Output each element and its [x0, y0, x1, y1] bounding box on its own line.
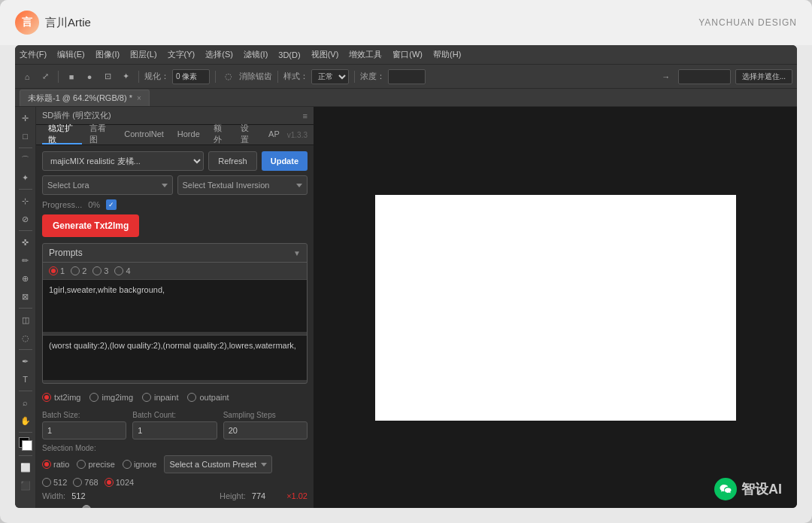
tab-settings[interactable]: 设置 [235, 125, 261, 144]
tab-stable-diffusion[interactable]: 稳定扩散 [42, 125, 82, 144]
magic-wand-tool[interactable]: ✦ [17, 169, 34, 186]
tab-controlnet[interactable]: ControlNet [118, 125, 170, 144]
menu-file[interactable]: 文件(F) [20, 49, 47, 60]
refresh-button[interactable]: Refresh [208, 151, 257, 171]
home-icon[interactable]: ⌂ [20, 69, 35, 84]
rect-icon[interactable]: ■ [64, 69, 79, 84]
lasso-icon[interactable]: ⊡ [100, 69, 115, 84]
menu-filter[interactable]: 滤镜(I) [244, 49, 268, 60]
sel-precise[interactable]: precise [77, 460, 114, 469]
tab-yanka[interactable]: 言看图 [83, 125, 117, 144]
sel-radio-precise [77, 460, 86, 469]
white-canvas [375, 195, 736, 421]
expand-icon[interactable]: ⤢ [38, 69, 53, 84]
menu-layer[interactable]: 图层(L) [130, 49, 156, 60]
normalize-input[interactable] [172, 69, 210, 84]
mode-outpaint[interactable]: outpaint [187, 393, 229, 402]
eyedrop-tool[interactable]: ⊘ [17, 211, 34, 227]
style-label: 样式： [283, 71, 308, 82]
menu-edit[interactable]: 编辑(E) [57, 49, 85, 60]
generate-button[interactable]: Generate Txt2Img [42, 214, 139, 237]
select-mask-button[interactable]: 选择并遮住... [735, 69, 792, 84]
batch-count-input[interactable] [132, 421, 217, 439]
icon-sep-1 [19, 147, 32, 148]
circle-icon[interactable]: ● [82, 69, 97, 84]
move-tool[interactable]: ✛ [17, 110, 34, 126]
res-1024[interactable]: 1024 [105, 478, 134, 487]
brush-tool[interactable]: ✏ [17, 252, 34, 269]
width-slider-thumb[interactable] [82, 505, 91, 508]
toolbar-sep-4 [277, 71, 278, 83]
hand-tool[interactable]: ✋ [17, 412, 34, 429]
sampling-steps-label: Sampling Steps [223, 411, 308, 419]
menu-bar: 文件(F) 编辑(E) 图像(I) 图层(L) 文字(Y) 选择(S) 滤镜(I… [15, 45, 797, 65]
batch-size-input[interactable] [42, 421, 126, 439]
negative-prompt[interactable]: (worst quality:2),(low quality:2),(norma… [43, 335, 307, 380]
progress-checkbox[interactable]: ✓ [106, 199, 117, 210]
prompt-tab-2[interactable]: 2 [71, 266, 86, 275]
tab-horde[interactable]: Horde [171, 125, 206, 144]
eraser-tool[interactable]: ⊠ [17, 288, 34, 305]
pen-tool[interactable]: ✒ [17, 353, 34, 369]
sampling-steps-input[interactable] [223, 421, 308, 439]
res-512[interactable]: 512 [42, 478, 67, 487]
arrow-icon[interactable]: → [659, 69, 674, 84]
menu-image[interactable]: 图像(I) [95, 49, 120, 60]
mask-mode[interactable]: ⬜ [17, 459, 34, 476]
text-tool[interactable]: T [17, 371, 34, 388]
rect-select-tool[interactable]: □ [17, 128, 34, 144]
size-input[interactable] [678, 69, 731, 84]
res-768[interactable]: 768 [73, 478, 98, 487]
sel-ignore[interactable]: ignore [123, 460, 157, 469]
select-textual-inversion[interactable]: Select Textual Inversion [177, 175, 308, 195]
remove-edges-label: 消除锯齿 [239, 71, 272, 82]
menu-plugins[interactable]: 增效工具 [349, 49, 382, 60]
mode-inpaint[interactable]: inpaint [142, 393, 178, 402]
width-slider-row [42, 503, 308, 508]
positive-prompt[interactable]: 1girl,sweater,white background, [43, 279, 307, 332]
zoom-tool[interactable]: ⌕ [17, 394, 34, 411]
menu-view[interactable]: 视图(V) [311, 49, 339, 60]
menu-text[interactable]: 文字(Y) [168, 49, 195, 60]
prompt-tab-4[interactable]: 4 [114, 266, 130, 275]
prompt-tab-1[interactable]: 1 [49, 266, 65, 275]
doc-tab-close[interactable]: × [137, 94, 141, 102]
batch-size-group: Batch Size: [42, 411, 126, 439]
menu-select[interactable]: 选择(S) [205, 49, 233, 60]
prompts-header[interactable]: Prompts ▼ [43, 244, 307, 263]
sd-panel-collapse[interactable]: ≡ [303, 111, 308, 120]
gradient-tool[interactable]: ◫ [17, 312, 34, 328]
mode-img2img[interactable]: img2img [89, 393, 133, 402]
tab-ap[interactable]: AP [262, 125, 286, 144]
update-button[interactable]: Update [262, 151, 308, 171]
height-value: 774 [252, 491, 265, 500]
sel-ratio[interactable]: ratio [42, 460, 69, 469]
blur-tool[interactable]: ◌ [17, 330, 34, 346]
clone-tool[interactable]: ⊕ [17, 270, 34, 287]
prompts-section: Prompts ▼ 1 2 [42, 243, 308, 384]
heal-tool[interactable]: ✜ [17, 234, 34, 251]
icon-sep-5 [19, 349, 32, 350]
menu-3d[interactable]: 3D(D) [278, 50, 300, 59]
screen-mode[interactable]: ⬛ [17, 477, 34, 494]
width-slider-wrapper[interactable] [42, 503, 308, 508]
select-lora[interactable]: Select Lora [42, 175, 173, 195]
style-select[interactable]: 正常 [311, 69, 349, 84]
doc-tab[interactable]: 未标题-1 @ 64.2%(RGB/8) * × [20, 90, 150, 106]
remove-edges-icon[interactable]: ◌ [221, 69, 236, 84]
prompts-toggle-icon[interactable]: ▼ [293, 249, 301, 257]
crop-tool[interactable]: ⊹ [17, 193, 34, 209]
icon-sep-3 [19, 230, 32, 231]
mode-txt2img[interactable]: txt2img [42, 393, 80, 402]
res-radio-512 [42, 478, 51, 487]
intensity-input[interactable] [388, 69, 426, 84]
prompt-tab-3[interactable]: 3 [92, 266, 108, 275]
model-select[interactable]: majicMIX realistic 麦橘... [42, 151, 204, 171]
tab-extra[interactable]: 额外 [208, 125, 234, 144]
menu-window[interactable]: 窗口(W) [392, 49, 423, 60]
menu-help[interactable]: 帮助(H) [433, 49, 461, 60]
magic-icon[interactable]: ✦ [118, 69, 133, 84]
lasso-tool[interactable]: ⌒ [17, 151, 34, 168]
foreground-color[interactable] [17, 436, 34, 452]
preset-select[interactable]: Select a Custom Preset [164, 455, 272, 473]
